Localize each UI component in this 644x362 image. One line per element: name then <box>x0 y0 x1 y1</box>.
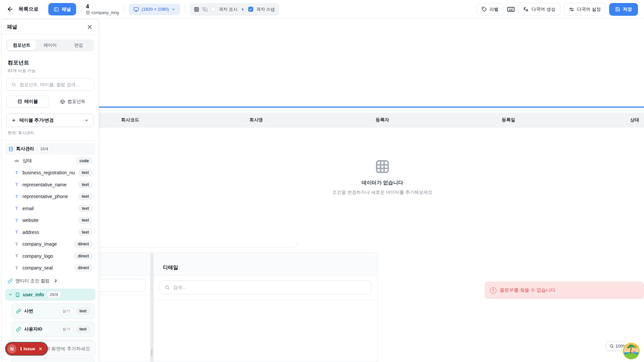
column-type-badge: direct <box>74 241 93 248</box>
save-button[interactable]: 저장 <box>609 3 638 16</box>
save-button-text: 저장 <box>623 6 632 12</box>
column-row[interactable]: </> 상태 code <box>5 155 95 167</box>
detail-search-row <box>154 276 377 300</box>
column-row[interactable]: T company_logo direct <box>5 250 95 262</box>
column-type-badge: text <box>78 181 93 188</box>
chevron-down-icon <box>8 293 12 297</box>
back-button[interactable] <box>7 6 14 13</box>
source-tab-table[interactable]: 테이블 <box>6 96 49 108</box>
viewport-select[interactable]: (644 × 362) <box>129 4 180 15</box>
column-name: 상태 <box>22 158 73 164</box>
panel-search-box[interactable] <box>6 78 94 91</box>
joined-column-card[interactable]: 사용자ID 읽기 text <box>12 321 95 337</box>
column-row[interactable]: T address text <box>5 226 95 238</box>
column-row[interactable]: T business_registration_numb text <box>5 167 95 179</box>
joined-column-card[interactable]: 사번 읽기 text <box>12 303 95 319</box>
column-name: company_seal <box>22 265 71 270</box>
empty-title: 데이터가 없습니다 <box>67 180 644 186</box>
tag-icon <box>482 7 487 12</box>
source-tab-component[interactable]: 컴포넌트 <box>52 96 94 108</box>
table-group-row[interactable]: 회사관리 10개 <box>5 143 95 155</box>
keyboard-shortcuts-button[interactable] <box>507 5 515 13</box>
joined-table-row[interactable]: user_info 29개 <box>5 289 95 301</box>
column-type-icon: T <box>14 194 19 199</box>
table-body: 데이터가 없습니다 조건을 변경하거나 새로운 데이터를 추가해보세요 <box>67 127 644 243</box>
app: 목록으로 패널 4 company_mng (644 × 362) <box>0 0 644 362</box>
panel-search-input[interactable] <box>19 82 89 87</box>
table-header-cell[interactable]: 등록자 <box>319 113 445 127</box>
joined-table-name: user_info <box>23 292 44 297</box>
column-type-badge: text <box>78 193 93 200</box>
page-meta: 4 company_mng <box>86 3 119 15</box>
i18n-settings-button[interactable]: 다국어 설정 <box>564 3 606 15</box>
panel-tab[interactable]: 레이어 <box>36 40 64 50</box>
table-group-count-badge: 10개 <box>37 145 52 153</box>
column-name: company_image <box>22 241 71 247</box>
detail-header: 디테일 <box>154 253 377 276</box>
detail-component[interactable]: 디테일 <box>153 252 378 362</box>
entity-join-label: 엔티티 조인 컬럼 <box>15 278 50 284</box>
detail-search-box[interactable] <box>160 281 371 294</box>
detail-search-input[interactable] <box>173 285 366 290</box>
panel-tab[interactable]: 편집 <box>64 40 93 50</box>
island-icon <box>623 342 640 360</box>
chevron-down-icon <box>171 7 175 11</box>
empty-state: 데이터가 없습니다 조건을 변경하거나 새로운 데이터를 추가해보세요 <box>67 159 644 195</box>
column-type-icon: T <box>14 265 19 270</box>
island-overlay-button[interactable] <box>623 342 640 360</box>
link-icon <box>16 309 21 314</box>
components-count: 83개 사용 가능 <box>8 68 93 74</box>
divider <box>124 5 124 13</box>
grid-snap-label: 격자 스냅 <box>256 6 275 12</box>
grid-snap-checkbox[interactable] <box>248 7 253 12</box>
panel-tab[interactable]: 컴포넌트 <box>7 40 36 50</box>
column-type-icon: T <box>14 206 19 211</box>
entity-join-section[interactable]: 엔티티 조인 컬럼 2 <box>5 275 95 287</box>
drag-hint-text: 하여 화면에 추가하세요 <box>41 346 90 352</box>
panel-splitter[interactable] <box>151 252 153 362</box>
column-type-icon: T <box>14 218 19 223</box>
splitter-handle[interactable] <box>151 349 152 356</box>
panel-header: 패널 <box>2 19 99 35</box>
database-icon <box>86 11 90 15</box>
issue-label: 1 Issue <box>20 346 35 351</box>
i18n-generate-button[interactable]: 다국어 생성 <box>518 3 560 15</box>
issue-logo: N <box>7 344 16 353</box>
column-row[interactable]: T email text <box>5 202 95 215</box>
table-header-cell[interactable]: 회사명 <box>193 113 319 127</box>
column-row[interactable]: T website text <box>5 215 95 227</box>
column-row[interactable]: T company_image direct <box>5 238 95 250</box>
source-tab-component-label: 컴포넌트 <box>67 99 86 105</box>
joined-column-name: 사번 <box>24 308 33 314</box>
column-row[interactable]: T representative_phone text <box>5 191 95 203</box>
issue-badge[interactable]: N 1 Issue ✕ <box>6 343 47 355</box>
save-icon <box>615 7 620 12</box>
add-table-dropdown[interactable]: 테이블 추가/변경 <box>6 114 94 127</box>
table-header-cell[interactable]: 등록일 <box>445 113 572 127</box>
table-component-selected[interactable]: 회사코드회사명등록자등록일상태 데이터가 없습니다 조건을 변경하거나 새로운 … <box>67 107 644 243</box>
column-row[interactable]: T representative_name text <box>5 179 95 191</box>
components-heading: 컴포넌트 <box>8 59 93 66</box>
back-label[interactable]: 목록으로 <box>18 6 39 12</box>
column-list: 회사관리 10개 </> 상태 code T business_registra… <box>2 143 99 362</box>
table-card-bottom-edge <box>74 243 297 248</box>
issue-close-icon[interactable]: ✕ <box>39 346 43 352</box>
panel-toggle-button[interactable]: 패널 <box>48 3 76 15</box>
panel-left-icon <box>54 7 59 12</box>
empty-subtitle: 조건을 변경하거나 새로운 데이터를 추가해보세요 <box>67 189 644 195</box>
column-type-icon: T <box>14 170 19 175</box>
panel-search-row <box>6 78 94 91</box>
column-name: business_registration_numb <box>22 170 75 175</box>
column-name: representative_phone <box>22 194 75 199</box>
divider <box>2 140 99 141</box>
panel-title: 패널 <box>7 24 17 30</box>
readonly-badge: 읽기 <box>59 325 74 333</box>
joined-column-card-partial[interactable] <box>12 358 95 362</box>
column-row[interactable]: T company_seal direct <box>5 262 95 274</box>
grid-show-checkbox[interactable] <box>211 7 216 12</box>
divider <box>81 5 81 13</box>
table-header-cell[interactable]: 상태 <box>572 113 644 127</box>
label-button[interactable]: 라벨 <box>477 3 503 15</box>
close-icon[interactable] <box>87 24 93 30</box>
column-type-badge: direct <box>74 264 93 272</box>
